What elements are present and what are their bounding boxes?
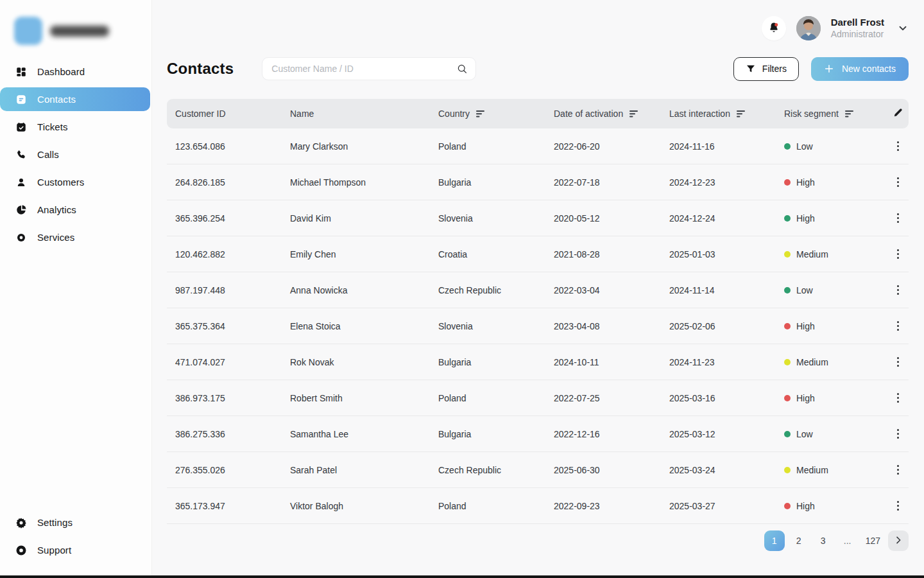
new-contacts-button[interactable]: New contacts bbox=[811, 57, 909, 81]
pen-icon bbox=[893, 107, 903, 120]
edit-columns-button[interactable] bbox=[893, 107, 903, 120]
risk-dot-green bbox=[784, 287, 791, 293]
user-role: Administrator bbox=[831, 29, 884, 40]
user-name: Darell Frost bbox=[831, 17, 884, 29]
sidebar-item-label: Dashboard bbox=[37, 66, 85, 77]
cell-actions bbox=[887, 390, 909, 405]
column-header-customer-id: Customer ID bbox=[175, 109, 290, 119]
column-label: Customer ID bbox=[175, 109, 226, 119]
column-header-risk-segment[interactable]: Risk segment bbox=[784, 109, 887, 119]
sidebar-item-contacts[interactable]: Contacts bbox=[0, 87, 150, 111]
cell-country: Slovenia bbox=[438, 213, 554, 223]
row-menu-button[interactable] bbox=[893, 390, 903, 405]
cell-last-interaction: 2025-03-24 bbox=[669, 465, 784, 475]
risk-dot-yellow bbox=[784, 467, 791, 473]
table-row: 987.197.448Anna NowickaCzech Republic202… bbox=[167, 272, 909, 308]
row-menu-button[interactable] bbox=[893, 462, 903, 477]
column-header-date-of-activation[interactable]: Date of activation bbox=[554, 109, 669, 119]
sidebar-item-tickets[interactable]: Tickets bbox=[0, 115, 150, 139]
risk-label: Medium bbox=[796, 249, 828, 259]
cell-actions bbox=[887, 139, 909, 153]
sidebar-item-customers[interactable]: Customers bbox=[0, 170, 150, 194]
sidebar-item-support[interactable]: Support bbox=[0, 538, 150, 562]
cell-activation: 2022-07-18 bbox=[554, 177, 669, 188]
filters-button-label: Filters bbox=[762, 64, 787, 74]
notifications-button[interactable] bbox=[762, 16, 786, 40]
pagination-page-3[interactable]: 3 bbox=[813, 530, 834, 551]
pagination-next-button[interactable] bbox=[888, 530, 909, 551]
chevron-down-icon[interactable] bbox=[897, 22, 909, 34]
row-menu-button[interactable] bbox=[893, 355, 903, 369]
cell-customer-id: 987.197.448 bbox=[175, 285, 290, 295]
cell-name: Mary Clarkson bbox=[290, 141, 438, 152]
sort-icon[interactable] bbox=[475, 109, 486, 118]
sidebar-item-analytics[interactable]: Analytics bbox=[0, 198, 150, 222]
cell-risk-segment: Low bbox=[784, 285, 887, 295]
cell-last-interaction: 2025-01-03 bbox=[669, 249, 784, 259]
row-menu-button[interactable] bbox=[893, 426, 903, 441]
cell-name: Sarah Patel bbox=[290, 465, 438, 475]
column-header-last-interaction[interactable]: Last interaction bbox=[669, 109, 784, 119]
risk-dot-red bbox=[784, 179, 791, 186]
sidebar-item-calls[interactable]: Calls bbox=[0, 143, 150, 166]
risk-dot-yellow bbox=[784, 359, 791, 365]
cell-actions bbox=[887, 355, 909, 369]
cell-actions bbox=[887, 462, 909, 477]
cell-name: Rok Novak bbox=[290, 357, 438, 367]
sidebar-item-label: Contacts bbox=[37, 94, 76, 105]
search-box bbox=[262, 57, 476, 80]
row-menu-button[interactable] bbox=[893, 319, 903, 333]
filters-button[interactable]: Filters bbox=[733, 57, 799, 81]
pagination-page-127[interactable]: 127 bbox=[862, 530, 884, 551]
cell-activation: 2024-10-11 bbox=[554, 357, 669, 367]
row-menu-button[interactable] bbox=[893, 247, 903, 261]
cell-name: Samantha Lee bbox=[290, 429, 438, 439]
search-icon[interactable] bbox=[456, 63, 468, 74]
cell-activation: 2022-12-16 bbox=[554, 429, 669, 439]
avatar[interactable] bbox=[796, 16, 821, 40]
risk-dot-red bbox=[784, 323, 791, 329]
sidebar-item-label: Settings bbox=[37, 517, 73, 528]
chevron-right-icon bbox=[893, 535, 903, 547]
risk-label: High bbox=[796, 177, 815, 188]
cell-country: Poland bbox=[438, 501, 554, 511]
sort-icon[interactable] bbox=[844, 109, 855, 118]
cell-country: Croatia bbox=[438, 249, 554, 259]
risk-label: Low bbox=[796, 141, 813, 152]
row-menu-button[interactable] bbox=[893, 175, 903, 189]
column-label: Risk segment bbox=[784, 109, 839, 119]
plus-icon bbox=[824, 64, 834, 74]
sidebar-item-dashboard[interactable]: Dashboard bbox=[0, 60, 150, 83]
row-menu-button[interactable] bbox=[893, 498, 903, 513]
sidebar: DashboardContactsTicketsCallsCustomersAn… bbox=[0, 0, 152, 578]
cell-last-interaction: 2024-11-14 bbox=[669, 285, 784, 295]
sort-icon[interactable] bbox=[629, 109, 639, 118]
cell-country: Poland bbox=[438, 393, 554, 403]
row-menu-button[interactable] bbox=[893, 283, 903, 297]
cell-country: Czech Republic bbox=[438, 285, 554, 295]
page-header: Contacts Filters New con bbox=[167, 57, 909, 81]
risk-label: High bbox=[796, 321, 815, 331]
row-menu-button[interactable] bbox=[893, 139, 903, 153]
search-input[interactable] bbox=[271, 64, 456, 74]
main-content: Darell Frost Administrator Contacts bbox=[152, 0, 924, 578]
sidebar-item-services[interactable]: Services bbox=[0, 225, 150, 249]
user-info[interactable]: Darell Frost Administrator bbox=[831, 17, 884, 40]
column-header-country[interactable]: Country bbox=[438, 109, 554, 119]
cell-country: Bulgaria bbox=[438, 177, 554, 188]
tickets-icon bbox=[15, 121, 27, 133]
cell-customer-id: 365.396.254 bbox=[175, 213, 290, 223]
logo bbox=[0, 0, 151, 49]
cell-activation: 2022-09-23 bbox=[554, 501, 669, 511]
sidebar-item-settings[interactable]: Settings bbox=[0, 511, 150, 534]
risk-dot-green bbox=[784, 143, 791, 150]
pagination-page-1[interactable]: 1 bbox=[764, 530, 785, 551]
sidebar-item-label: Analytics bbox=[37, 204, 76, 215]
cell-risk-segment: Low bbox=[784, 141, 887, 152]
row-menu-button[interactable] bbox=[893, 211, 903, 225]
cell-risk-segment: Low bbox=[784, 429, 887, 439]
cell-last-interaction: 2025-03-16 bbox=[669, 393, 784, 403]
pagination-page-2[interactable]: 2 bbox=[789, 530, 809, 551]
sort-icon[interactable] bbox=[736, 109, 746, 118]
pagination-ellipsis: ... bbox=[837, 530, 858, 551]
